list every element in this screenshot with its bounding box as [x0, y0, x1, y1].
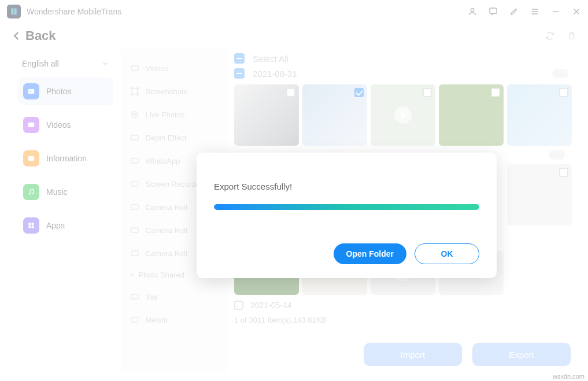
ok-button[interactable]: OK	[415, 243, 479, 264]
progress-bar	[214, 204, 479, 210]
watermark: wsxdn.com	[553, 373, 585, 380]
export-success-modal: Export Successfully! Open Folder OK	[197, 153, 497, 278]
open-folder-button[interactable]: Open Folder	[334, 243, 406, 264]
progress-fill	[214, 204, 479, 210]
modal-message: Export Successfully!	[214, 182, 479, 191]
